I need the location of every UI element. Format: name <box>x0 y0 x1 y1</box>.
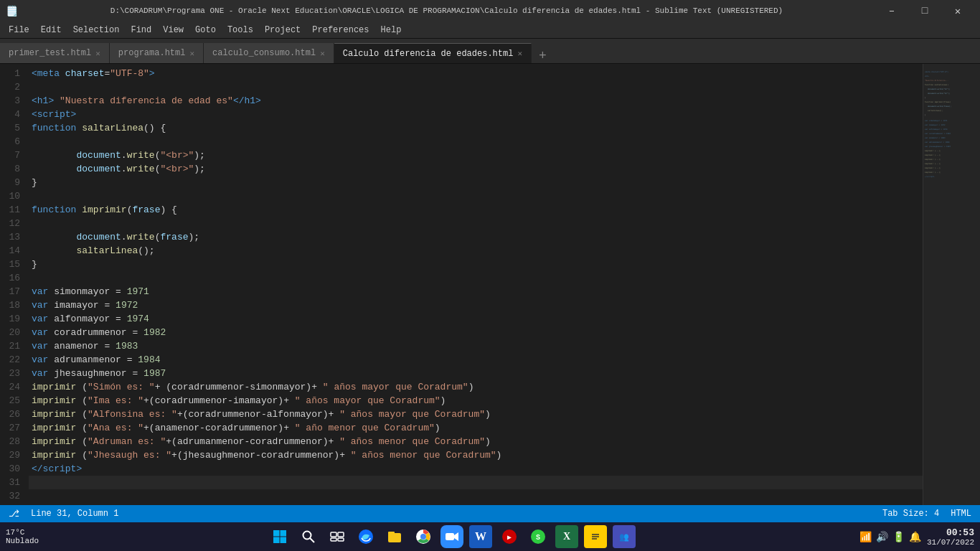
teams-icon[interactable]: 👥 <box>613 525 636 548</box>
word-icon[interactable]: W <box>469 525 492 548</box>
svg-point-30 <box>303 532 311 540</box>
tab-close-primer-test[interactable]: ✕ <box>95 49 100 58</box>
network-icon[interactable]: 📶 <box>859 531 872 543</box>
clock-date: 31/07/2022 <box>927 538 974 547</box>
line-numbers: 12345 678910 1112131415 1617181920 21222… <box>0 64 29 505</box>
svg-text:imprimir (...);: imprimir (...); <box>925 167 941 169</box>
tab-label: primer_test.html <box>9 48 91 58</box>
close-button[interactable]: ✕ <box>941 0 974 22</box>
volume-icon[interactable]: 🔊 <box>876 531 888 543</box>
svg-text:var anamenor = 1983: var anamenor = 1983 <box>925 137 946 139</box>
svg-text:document.write("br");: document.write("br"); <box>928 88 951 90</box>
svg-text:👥: 👥 <box>619 532 629 542</box>
branch-icon: ⎇ <box>9 508 19 519</box>
code-line-24: imprimir ("Simón es: "+ (coradrummenor-s… <box>29 380 923 394</box>
status-right: Tab Size: 4 HTML <box>882 509 971 519</box>
code-line-9: } <box>29 176 923 189</box>
svg-marker-43 <box>454 532 458 541</box>
menu-bar: File Edit Selection Find View Goto Tools… <box>0 22 980 39</box>
svg-rect-35 <box>338 538 344 541</box>
code-line-3: <h1> "Nuestra diferencia de edad es"</h1… <box>29 94 923 108</box>
language-mode[interactable]: HTML <box>951 509 971 519</box>
svg-text:var simonmayor = 1971: var simonmayor = 1971 <box>925 120 948 122</box>
cursor-position[interactable]: Line 31, Column 1 <box>31 509 118 519</box>
code-line-32 <box>29 489 923 503</box>
tab-close-programa[interactable]: ✕ <box>189 49 194 58</box>
svg-text:var adrumanmenor = 1984: var adrumanmenor = 1984 <box>925 141 950 143</box>
windows-start-button[interactable] <box>268 525 291 548</box>
maximize-button[interactable]: □ <box>908 0 941 22</box>
search-button[interactable] <box>297 525 320 548</box>
menu-file[interactable]: File <box>3 24 35 37</box>
winamp-icon[interactable]: ▶ <box>498 525 521 548</box>
excel-icon[interactable]: X <box>555 525 578 548</box>
tab-calculo-diferencia[interactable]: Calculo diferencia de edades.html ✕ <box>334 43 532 63</box>
svg-text:▶: ▶ <box>507 534 512 542</box>
code-line-20: var coradrummenor = 1982 <box>29 326 923 339</box>
tab-close-calculo-diferencia[interactable]: ✕ <box>517 49 522 58</box>
clock[interactable]: 00:53 31/07/2022 <box>927 527 974 547</box>
tab-close-calculo-consumo[interactable]: ✕ <box>320 49 325 58</box>
title-bar: 🗒️ D:\CORADRUM\Programa ONE - Oracle Nex… <box>0 0 980 22</box>
svg-text:function imprimir(frase): function imprimir(frase) <box>925 101 951 103</box>
menu-tools[interactable]: Tools <box>222 24 259 37</box>
code-line-7: document.write("<br>"); <box>29 149 923 162</box>
svg-text:document.write("br");: document.write("br"); <box>928 93 951 95</box>
chrome-icon[interactable] <box>412 525 435 548</box>
tab-primer-test[interactable]: primer_test.html ✕ <box>0 43 110 63</box>
edge-browser-icon[interactable] <box>354 525 377 548</box>
svg-rect-29 <box>281 537 287 544</box>
svg-text:"Nuestra diferencia...: "Nuestra diferencia... <box>925 80 948 82</box>
svg-rect-34 <box>331 538 336 541</box>
file-explorer-icon[interactable] <box>383 525 406 548</box>
status-left: ⎇ Line 31, Column 1 <box>9 508 118 519</box>
code-line-19: var alfonmayor = 1974 <box>29 312 923 326</box>
menu-goto[interactable]: Goto <box>189 24 222 37</box>
svg-point-41 <box>421 534 425 539</box>
code-line-22: var adrumanmenor = 1984 <box>29 353 923 367</box>
svg-rect-38 <box>388 532 395 534</box>
tab-programa[interactable]: programa.html ✕ <box>110 43 204 63</box>
svg-text:var jhesaughmenor = 1987: var jhesaughmenor = 1987 <box>925 146 951 148</box>
minimize-button[interactable]: – <box>875 0 908 22</box>
code-line-18: var imamayor = 1972 <box>29 298 923 312</box>
tab-calculo-consumo[interactable]: calculo_consumo.html ✕ <box>204 43 334 63</box>
menu-project[interactable]: Project <box>259 24 306 37</box>
svg-text:imprimir (...);: imprimir (...); <box>925 163 941 165</box>
code-area[interactable]: <meta charset="UTF-8"> <h1> "Nuestra dif… <box>29 64 923 505</box>
tab-size[interactable]: Tab Size: 4 <box>882 509 939 519</box>
svg-rect-32 <box>331 532 336 537</box>
code-line-2 <box>29 80 923 94</box>
weather-temp: 17°C <box>6 528 39 537</box>
code-line-11: function imprimir(frase) { <box>29 203 923 217</box>
svg-text:var coradrummenor = 1982: var coradrummenor = 1982 <box>925 133 951 135</box>
minimap: <meta charset="UTF-8"> <h1> "Nuestra dif… <box>923 64 980 505</box>
taskview-button[interactable] <box>326 525 349 548</box>
svg-text:S: S <box>536 534 540 542</box>
menu-view[interactable]: View <box>157 24 189 37</box>
menu-find[interactable]: Find <box>125 24 157 37</box>
svg-rect-33 <box>338 532 344 537</box>
code-line-14: saltarLinea(); <box>29 244 923 258</box>
battery-icon[interactable]: 🔋 <box>892 531 905 543</box>
notification-icon[interactable]: 🔔 <box>909 531 921 543</box>
svg-text:var imamayor = 1972: var imamayor = 1972 <box>925 124 946 126</box>
svg-rect-26 <box>273 530 280 537</box>
notes-icon[interactable] <box>584 525 607 548</box>
menu-edit[interactable]: Edit <box>35 24 67 37</box>
menu-help[interactable]: Help <box>375 24 407 37</box>
new-tab-button[interactable]: + <box>534 49 551 63</box>
code-line-33 <box>29 503 923 505</box>
weather-widget: 17°C Nublado <box>6 528 39 545</box>
tab-label: Calculo diferencia de edades.html <box>343 49 514 59</box>
code-line-23: var jhesaughmenor = 1987 <box>29 367 923 380</box>
code-line-4: <script> <box>29 108 923 121</box>
green-app-icon[interactable]: S <box>527 525 550 548</box>
code-line-28: imprimir ("Adruman es: "+(adrumanmenor-c… <box>29 435 923 448</box>
zoom-icon[interactable] <box>440 525 463 548</box>
code-line-13: document.write(frase); <box>29 230 923 244</box>
tab-bar: primer_test.html ✕ programa.html ✕ calcu… <box>0 39 980 64</box>
code-line-31 <box>29 476 923 489</box>
menu-preferences[interactable]: Preferences <box>306 24 374 37</box>
menu-selection[interactable]: Selection <box>67 24 126 37</box>
